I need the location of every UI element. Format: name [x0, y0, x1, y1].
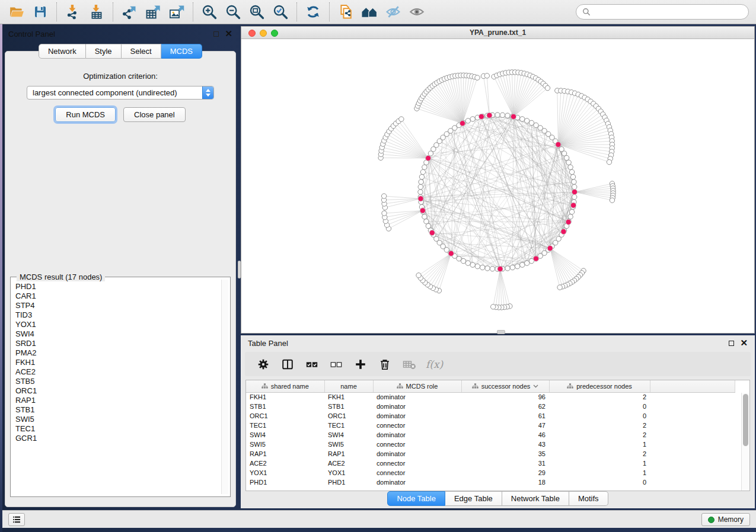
table-cell[interactable]: RAP1: [324, 449, 373, 459]
table-row[interactable]: RAP1RAP1dominator352: [246, 449, 735, 459]
mcds-result-item[interactable]: SWI4: [15, 329, 220, 339]
table-scrollbar[interactable]: [741, 393, 749, 491]
table-cell[interactable]: STB1: [324, 402, 373, 411]
delete-column-icon[interactable]: [377, 357, 393, 372]
show-all-icon[interactable]: [405, 2, 429, 22]
table-scrollbar-thumb[interactable]: [743, 394, 748, 446]
table-cell[interactable]: ACE2: [324, 459, 373, 468]
show-all-columns-icon[interactable]: [304, 357, 320, 372]
table-row[interactable]: SWI4SWI4dominator462: [246, 430, 735, 440]
table-cell[interactable]: dominator: [373, 477, 461, 487]
network-window-titlebar[interactable]: YPA_prune.txt_1: [241, 27, 754, 39]
table-tab-network-table[interactable]: Network Table: [502, 491, 569, 506]
table-cell[interactable]: ORC1: [246, 411, 324, 421]
network-node[interactable]: [399, 117, 404, 121]
table-cell[interactable]: dominator: [373, 392, 461, 402]
table-settings-icon[interactable]: [256, 357, 271, 372]
export-network-icon[interactable]: [117, 2, 141, 22]
close-table-panel-icon[interactable]: ✕: [740, 340, 748, 346]
network-node[interactable]: [475, 264, 480, 268]
mcds-dominator-node[interactable]: [556, 142, 561, 147]
table-cell[interactable]: PHD1: [246, 477, 324, 487]
table-cell[interactable]: 0: [549, 477, 650, 487]
table-cell[interactable]: 18: [461, 477, 549, 487]
table-cell[interactable]: connector: [373, 440, 461, 449]
table-cell[interactable]: 2: [549, 430, 650, 440]
network-node[interactable]: [416, 273, 421, 278]
table-row[interactable]: ORC1ORC1dominator610: [246, 411, 735, 421]
table-cell[interactable]: 1: [549, 440, 650, 449]
table-row[interactable]: TEC1TEC1connector472: [246, 421, 735, 430]
table-cell[interactable]: 43: [461, 440, 549, 449]
network-node[interactable]: [568, 165, 573, 169]
zoom-in-icon[interactable]: [197, 2, 221, 22]
column-header-shared-name[interactable]: shared name: [246, 380, 324, 392]
table-cell[interactable]: 0: [549, 402, 650, 411]
tab-network[interactable]: Network: [39, 44, 86, 59]
network-node[interactable]: [484, 73, 489, 78]
table-cell[interactable]: dominator: [373, 430, 461, 440]
table-cell[interactable]: 1: [549, 459, 650, 468]
table-row[interactable]: SWI5SWI5connector431: [246, 440, 735, 449]
table-cell[interactable]: 0: [549, 411, 650, 421]
column-header-MCDS-role[interactable]: MCDS role: [373, 380, 461, 392]
tab-style[interactable]: Style: [86, 44, 122, 59]
table-cell[interactable]: connector: [373, 459, 461, 468]
mcds-dominator-node[interactable]: [487, 113, 492, 118]
column-header-name[interactable]: name: [324, 380, 373, 392]
table-cell[interactable]: 96: [461, 392, 549, 402]
network-node[interactable]: [520, 262, 525, 267]
first-neighbors-icon[interactable]: [358, 2, 381, 22]
network-node[interactable]: [419, 174, 424, 179]
network-node[interactable]: [607, 159, 611, 164]
table-cell[interactable]: SWI4: [246, 430, 324, 440]
mcds-result-item[interactable]: ORC1: [15, 386, 220, 396]
network-node[interactable]: [564, 155, 569, 160]
network-node[interactable]: [520, 117, 525, 121]
clone-network-icon[interactable]: [334, 2, 358, 22]
table-cell[interactable]: 2: [549, 421, 650, 430]
network-node[interactable]: [569, 169, 574, 174]
mcds-result-item[interactable]: RAP1: [15, 396, 220, 405]
table-cell[interactable]: 2: [549, 392, 650, 402]
table-cell[interactable]: 31: [461, 459, 549, 468]
hide-selected-icon[interactable]: [381, 2, 405, 22]
mcds-result-item[interactable]: FKH1: [15, 358, 220, 367]
network-node[interactable]: [515, 264, 519, 268]
network-node[interactable]: [480, 265, 484, 270]
table-cell[interactable]: SWI4: [324, 430, 373, 440]
column-header-predecessor-nodes[interactable]: predecessor nodes: [549, 380, 650, 392]
mcds-result-item[interactable]: SWI5: [15, 415, 220, 424]
network-node[interactable]: [426, 223, 430, 228]
table-cell[interactable]: RAP1: [246, 449, 324, 459]
hide-all-columns-icon[interactable]: [328, 357, 344, 372]
network-node[interactable]: [572, 180, 576, 184]
mcds-dominator-node[interactable]: [426, 155, 431, 161]
mcds-dominator-node[interactable]: [420, 208, 425, 213]
tab-select[interactable]: Select: [122, 44, 161, 59]
mcds-dominator-node[interactable]: [533, 256, 538, 261]
mcds-result-item[interactable]: STB1: [15, 405, 220, 415]
table-tab-node-table[interactable]: Node Table: [387, 491, 445, 506]
float-panel-icon[interactable]: [213, 31, 219, 37]
table-cell[interactable]: 2: [549, 449, 650, 459]
mcds-result-item[interactable]: TID3: [15, 310, 220, 320]
network-node[interactable]: [422, 165, 427, 169]
network-node[interactable]: [475, 75, 480, 80]
add-column-icon[interactable]: [353, 357, 368, 372]
table-cell[interactable]: FKH1: [246, 392, 324, 402]
network-node[interactable]: [382, 211, 387, 216]
table-cell[interactable]: ACE2: [246, 459, 324, 468]
table-cell[interactable]: 35: [461, 449, 549, 459]
mcds-list-scrollbar[interactable]: [221, 280, 228, 494]
mcds-result-item[interactable]: CAR1: [15, 291, 220, 301]
table-cell[interactable]: FKH1: [324, 392, 373, 402]
mcds-result-item[interactable]: YOX1: [15, 320, 220, 329]
table-row[interactable]: ACE2ACE2connector311: [246, 459, 735, 468]
mcds-dominator-node[interactable]: [570, 203, 576, 208]
table-row[interactable]: FKH1FKH1dominator962: [246, 392, 735, 402]
table-cell[interactable]: dominator: [373, 402, 461, 411]
optimization-criterion-select[interactable]: largest connected component (undirected): [27, 86, 214, 100]
table-cell[interactable]: connector: [373, 468, 461, 477]
table-row[interactable]: PHD1PHD1dominator180: [246, 477, 735, 487]
